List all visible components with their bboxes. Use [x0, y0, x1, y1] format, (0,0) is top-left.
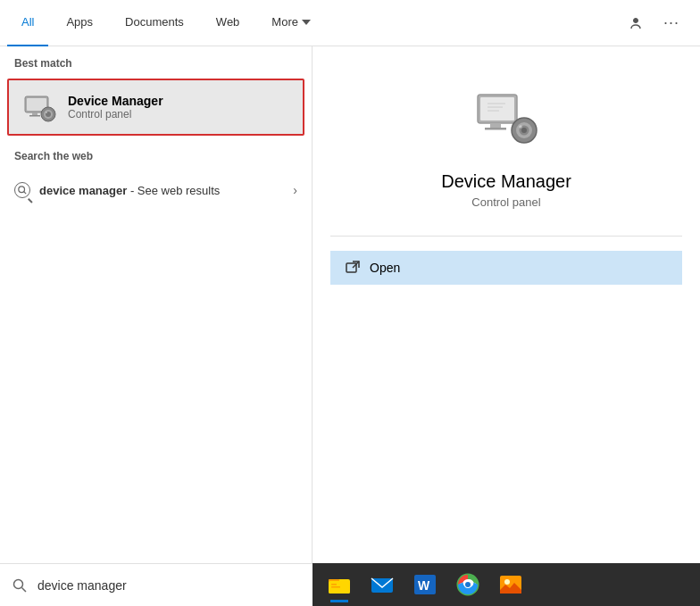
- taskbar-word[interactable]: W: [405, 567, 445, 602]
- taskbar: W: [312, 563, 700, 606]
- left-panel: Best match: [0, 46, 312, 606]
- photos-icon: [498, 572, 523, 597]
- svg-point-8: [19, 187, 25, 193]
- svg-rect-13: [485, 128, 506, 130]
- search-bar: [0, 563, 312, 606]
- magnifier-icon: [18, 186, 27, 195]
- svg-rect-12: [490, 123, 501, 128]
- tab-web[interactable]: Web: [202, 0, 254, 46]
- svg-point-24: [14, 579, 23, 588]
- best-match-item[interactable]: Device Manager Control panel: [7, 79, 304, 136]
- best-match-title: Device Manager: [68, 94, 163, 108]
- open-icon: [345, 260, 361, 276]
- web-search-label: Search the web: [0, 139, 312, 168]
- chevron-down-icon: [302, 18, 311, 27]
- open-button-label: Open: [370, 261, 400, 275]
- svg-point-18: [519, 125, 522, 129]
- mail-icon: [370, 572, 395, 597]
- tab-apps[interactable]: Apps: [52, 0, 107, 46]
- search-input[interactable]: [38, 578, 302, 593]
- external-link-icon: [345, 260, 361, 276]
- word-icon: W: [412, 572, 438, 597]
- svg-rect-40: [500, 590, 521, 594]
- svg-rect-29: [331, 584, 337, 585]
- svg-point-37: [465, 582, 471, 587]
- web-search-text: device manager - See web results: [39, 184, 293, 197]
- nav-tabs: All Apps Documents Web More ···: [0, 0, 700, 46]
- svg-rect-11: [480, 97, 514, 120]
- best-match-text: Device Manager Control panel: [68, 94, 163, 120]
- svg-point-17: [521, 128, 527, 133]
- web-search-arrow-icon: ›: [293, 183, 297, 197]
- taskbar-chrome[interactable]: [448, 567, 488, 602]
- right-panel: Device Manager Control panel Open: [312, 46, 700, 606]
- user-icon-btn[interactable]: [621, 9, 650, 37]
- svg-rect-3: [29, 115, 40, 117]
- svg-rect-30: [331, 586, 340, 588]
- web-search-icon: [14, 182, 30, 198]
- tab-all[interactable]: All: [7, 0, 48, 46]
- svg-rect-2: [32, 112, 38, 115]
- svg-rect-22: [346, 263, 356, 272]
- tab-documents[interactable]: Documents: [111, 0, 198, 46]
- ellipsis-icon: ···: [663, 13, 679, 32]
- best-match-subtitle: Control panel: [68, 108, 163, 120]
- more-options-btn[interactable]: ···: [657, 9, 686, 37]
- web-search-item[interactable]: device manager - See web results ›: [14, 175, 297, 205]
- open-button[interactable]: Open: [330, 251, 682, 285]
- svg-line-9: [24, 192, 27, 195]
- best-match-label: Best match: [0, 46, 312, 75]
- svg-text:W: W: [418, 578, 430, 593]
- search-input-icon: [12, 578, 27, 593]
- device-manager-large-svg: [474, 86, 538, 150]
- detail-divider: [330, 236, 682, 237]
- web-search-section: device manager - See web results ›: [0, 168, 312, 212]
- nav-right-icons: ···: [621, 9, 693, 37]
- file-explorer-icon: [327, 572, 352, 597]
- search-panel: All Apps Documents Web More ···: [0, 0, 700, 606]
- detail-title: Device Manager: [441, 171, 571, 192]
- tab-more[interactable]: More: [257, 0, 325, 46]
- svg-point-7: [46, 112, 47, 113]
- search-bar-icon: [11, 577, 29, 594]
- taskbar-photos[interactable]: [491, 567, 530, 602]
- svg-line-25: [22, 587, 27, 592]
- main-content: Best match: [0, 46, 700, 606]
- taskbar-file-explorer[interactable]: [320, 567, 359, 602]
- user-icon: [628, 15, 644, 31]
- detail-icon: [471, 82, 542, 154]
- svg-point-39: [504, 579, 510, 585]
- device-manager-small-svg: [21, 89, 57, 125]
- detail-subtitle: Control panel: [471, 195, 540, 209]
- chrome-icon: [455, 572, 480, 597]
- taskbar-mail[interactable]: [362, 567, 402, 602]
- device-manager-icon: [21, 89, 57, 125]
